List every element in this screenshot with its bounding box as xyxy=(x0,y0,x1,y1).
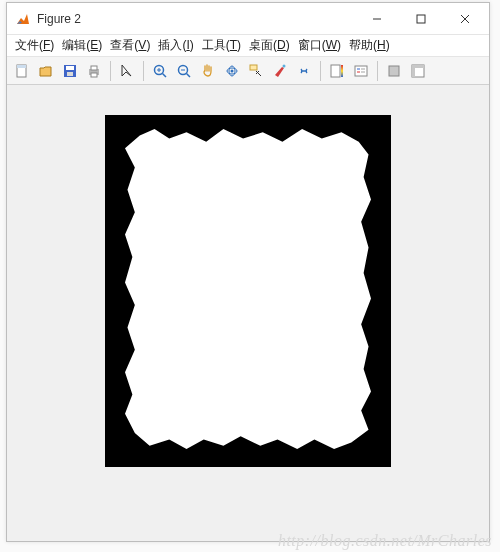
svg-rect-11 xyxy=(91,73,97,77)
toolbar-separator xyxy=(377,61,378,81)
toolbar-separator xyxy=(143,61,144,81)
menu-tools[interactable]: 工具(T) xyxy=(202,37,241,54)
svg-line-17 xyxy=(187,73,191,77)
open-file-button[interactable] xyxy=(35,60,57,82)
new-file-button[interactable] xyxy=(11,60,33,82)
svg-rect-31 xyxy=(389,66,399,76)
link-plots-button[interactable] xyxy=(293,60,315,82)
svg-line-13 xyxy=(163,73,167,77)
svg-rect-5 xyxy=(17,65,26,68)
menu-file[interactable]: 文件(F) xyxy=(15,37,54,54)
insert-colorbar-button[interactable] xyxy=(326,60,348,82)
white-foreground-region xyxy=(125,129,371,449)
pan-button[interactable] xyxy=(197,60,219,82)
minimize-button[interactable] xyxy=(355,4,399,34)
svg-rect-25 xyxy=(341,65,343,77)
svg-rect-10 xyxy=(91,66,97,70)
figure-window: Figure 2 文件(F) 编辑(E) 查看(V) 插入(I) 工具(T) 桌… xyxy=(6,2,490,542)
svg-rect-1 xyxy=(417,15,425,23)
svg-rect-34 xyxy=(412,65,415,77)
print-button[interactable] xyxy=(83,60,105,82)
svg-rect-24 xyxy=(331,65,340,77)
hide-plot-tools-button[interactable] xyxy=(383,60,405,82)
menu-view[interactable]: 查看(V) xyxy=(110,37,150,54)
menubar: 文件(F) 编辑(E) 查看(V) 插入(I) 工具(T) 桌面(D) 窗口(W… xyxy=(7,35,489,57)
maximize-button[interactable] xyxy=(399,4,443,34)
titlebar: Figure 2 xyxy=(7,3,489,35)
insert-legend-button[interactable] xyxy=(350,60,372,82)
save-button[interactable] xyxy=(59,60,81,82)
toolbar-separator xyxy=(110,61,111,81)
matlab-app-icon xyxy=(15,11,31,27)
toolbar xyxy=(7,57,489,85)
menu-insert[interactable]: 插入(I) xyxy=(158,37,193,54)
rotate-3d-button[interactable] xyxy=(221,60,243,82)
menu-desktop[interactable]: 桌面(D) xyxy=(249,37,290,54)
brush-button[interactable] xyxy=(269,60,291,82)
svg-rect-26 xyxy=(355,66,367,76)
zoom-out-button[interactable] xyxy=(173,60,195,82)
svg-rect-7 xyxy=(66,66,74,70)
svg-rect-8 xyxy=(67,72,73,76)
svg-point-23 xyxy=(283,64,286,67)
data-cursor-button[interactable] xyxy=(245,60,267,82)
figure-canvas[interactable] xyxy=(7,85,489,541)
menu-edit[interactable]: 编辑(E) xyxy=(62,37,102,54)
zoom-in-button[interactable] xyxy=(149,60,171,82)
toolbar-separator xyxy=(320,61,321,81)
close-button[interactable] xyxy=(443,4,487,34)
edit-plot-button[interactable] xyxy=(116,60,138,82)
binary-image-output xyxy=(105,115,391,467)
menu-window[interactable]: 窗口(W) xyxy=(298,37,341,54)
menu-help[interactable]: 帮助(H) xyxy=(349,37,390,54)
window-title: Figure 2 xyxy=(37,12,81,26)
svg-point-21 xyxy=(231,69,234,72)
show-plot-tools-button[interactable] xyxy=(407,60,429,82)
svg-rect-22 xyxy=(250,65,257,70)
